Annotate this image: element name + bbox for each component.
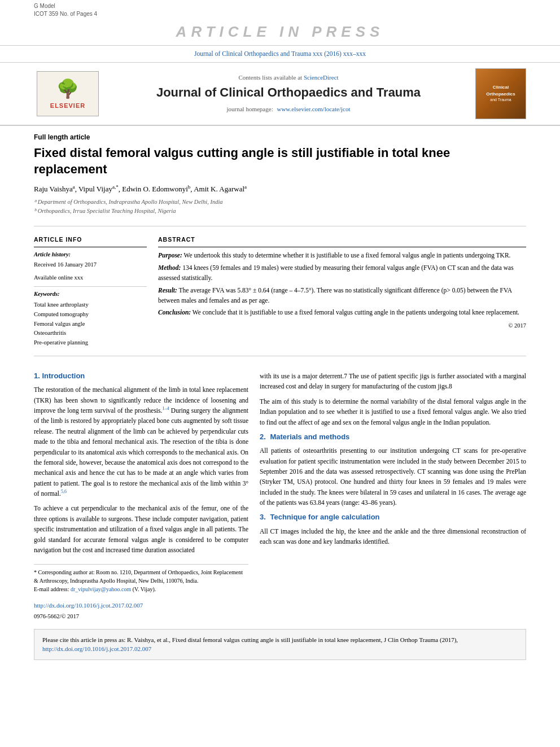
abstract-col: ABSTRACT Purpose: We undertook this stud… bbox=[158, 235, 526, 348]
keyword-1: Total knee arthroplasty bbox=[34, 300, 147, 310]
journal-title-header: Journal of Clinical Orthopaedics and Tra… bbox=[107, 84, 470, 102]
elsevier-logo-box: 🌳 ELSEVIER bbox=[37, 71, 99, 116]
header-section: 🌳 ELSEVIER Contents lists available at S… bbox=[0, 63, 560, 126]
keyword-4: Osteoarthritis bbox=[34, 329, 147, 338]
method-label: Method: bbox=[158, 264, 181, 271]
cite-doi-link[interactable]: http://dx.doi.org/10.1016/j.jcot.2017.02… bbox=[42, 645, 151, 652]
sciencedirect-link[interactable]: ScienceDirect bbox=[304, 74, 339, 81]
keyword-2: Computed tomography bbox=[34, 310, 147, 320]
homepage-label: journal homepage: bbox=[227, 106, 273, 112]
materials-para-1: All patients of osteoarthritis presentin… bbox=[260, 445, 526, 508]
cite-text: Please cite this article in press as: R.… bbox=[42, 636, 458, 643]
journal-header-middle: Contents lists available at ScienceDirec… bbox=[107, 73, 470, 114]
article-body: Full length article Fixed distal femoral… bbox=[0, 126, 560, 660]
email-link[interactable]: dr_vipulvijay@yahoo.com bbox=[71, 586, 131, 592]
elsevier-brand-text: ELSEVIER bbox=[50, 102, 85, 110]
g-model-text: G Model ICOT 359 No. of Pages 4 bbox=[34, 2, 97, 18]
divider-1 bbox=[34, 226, 526, 226]
journal-link-bar: Journal of Clinical Orthopaedics and Tra… bbox=[0, 46, 560, 62]
doi-section: http://dx.doi.org/10.1016/j.jcot.2017.02… bbox=[34, 598, 248, 621]
intro-para-2: To achieve a cut perpendicular to the me… bbox=[34, 503, 248, 555]
keywords-list: Total knee arthroplasty Computed tomogra… bbox=[34, 300, 147, 348]
main-right-col: with its use is a major deterrent.7 The … bbox=[260, 371, 526, 621]
affiliations: ᵃ Department of Orthopaedics, Indraprast… bbox=[34, 198, 526, 221]
corresponding-author-note: * Corresponding author at: Room no. 1210… bbox=[34, 568, 248, 585]
intro-para-1: The restoration of the mechanical alignm… bbox=[34, 385, 248, 499]
contents-label: Contents lists available at bbox=[238, 74, 302, 81]
abstract-label: ABSTRACT bbox=[158, 235, 526, 244]
elsevier-logo: 🌳 ELSEVIER bbox=[34, 71, 102, 116]
email-note: E-mail address: dr_vipulvijay@yahoo.com … bbox=[34, 585, 248, 593]
technique-para-1: All CT images included the hip, the knee… bbox=[260, 526, 526, 547]
method-text: 134 knees (59 females and 19 males) were… bbox=[158, 264, 514, 281]
right-intro-para-2: The aim of this study is to determine th… bbox=[260, 396, 526, 427]
conclusion-label: Conclusion: bbox=[158, 309, 191, 316]
technique-heading: 3. Technique for angle calculation bbox=[260, 512, 526, 522]
article-info-col: ARTICLE INFO Article history: Received 1… bbox=[34, 235, 147, 348]
copyright: © 2017 bbox=[158, 321, 526, 330]
result-text: The average FVA was 5.83° ± 0.64 (range … bbox=[158, 287, 511, 304]
doi-link[interactable]: http://dx.doi.org/10.1016/j.jcot.2017.02… bbox=[34, 602, 143, 609]
divider-2 bbox=[34, 356, 526, 356]
article-in-press-label: ARTICLE IN PRESS bbox=[176, 23, 384, 40]
keyword-3: Femoral valgus angle bbox=[34, 320, 147, 329]
result-label: Result: bbox=[158, 287, 177, 294]
materials-heading: 2. Materials and methods bbox=[260, 432, 526, 442]
article-info-abstract: ARTICLE INFO Article history: Received 1… bbox=[34, 231, 526, 348]
journal-cover-thumbnail: Clinical Orthopaedics and Trauma bbox=[475, 68, 526, 119]
abstract-text: Purpose: We undertook this study to dete… bbox=[158, 251, 526, 330]
right-intro-para-1: with its use is a major deterrent.7 The … bbox=[260, 371, 526, 392]
footnotes: * Corresponding author at: Room no. 1210… bbox=[34, 564, 248, 593]
main-left-col: 1. Introduction The restoration of the m… bbox=[34, 371, 248, 621]
purpose-text: We undertook this study to determine whe… bbox=[183, 252, 510, 259]
authors-line: Raju Vaishyaa, Vipul Vijaya,*, Edwin O. … bbox=[34, 184, 526, 198]
journal-volume-link[interactable]: Journal of Clinical Orthopaedics and Tra… bbox=[194, 50, 366, 57]
received-date: Received 16 January 2017 bbox=[34, 261, 147, 269]
keyword-5: Pre-operative planning bbox=[34, 338, 147, 348]
keywords-label: Keywords: bbox=[34, 290, 147, 299]
issn-text: 0976-5662/© 2017 bbox=[34, 613, 79, 619]
purpose-label: Purpose: bbox=[158, 252, 182, 259]
introduction-heading: 1. Introduction bbox=[34, 371, 248, 381]
homepage-link[interactable]: www.elsevier.com/locate/jcot bbox=[277, 106, 350, 112]
article-history-label: Article history: bbox=[34, 251, 147, 259]
elsevier-tree-icon: 🌳 bbox=[56, 76, 79, 102]
conclusion-text: We conclude that it is justifiable to us… bbox=[193, 309, 519, 316]
article-title: Fixed distal femoral valgus cutting angl… bbox=[34, 145, 526, 183]
article-info-label: ARTICLE INFO bbox=[34, 235, 147, 244]
cite-box: Please cite this article in press as: R.… bbox=[34, 629, 526, 660]
main-content: 1. Introduction The restoration of the m… bbox=[34, 361, 526, 621]
article-type: Full length article bbox=[34, 126, 526, 146]
available-online: Available online xxx bbox=[34, 274, 147, 282]
